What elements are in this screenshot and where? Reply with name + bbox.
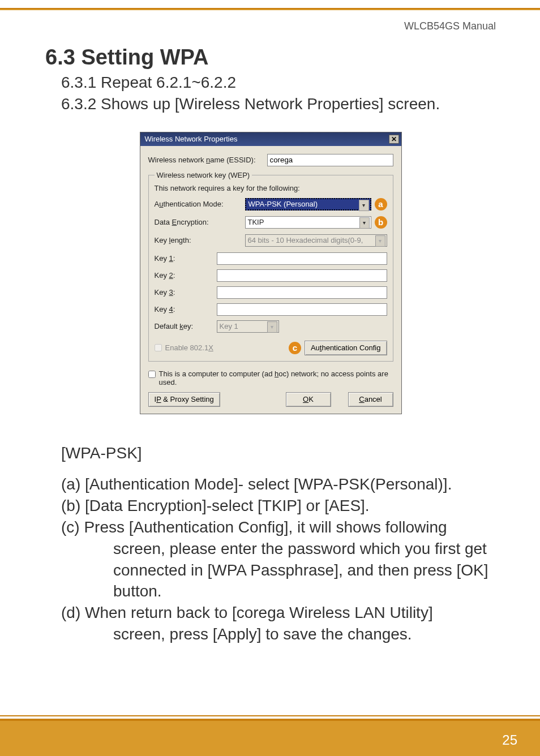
- essid-label: Wireless network name (ESSID):: [148, 156, 267, 164]
- section-title: 6.3 Setting WPA: [45, 45, 496, 70]
- key-length-value: 64 bits - 10 Hexadecimal digits(0-9,: [248, 236, 363, 244]
- auth-mode-value: WPA-PSK (Personal): [248, 200, 318, 208]
- ip-proxy-button[interactable]: IP & Proxy Setting: [148, 392, 220, 407]
- adhoc-label: This is a computer to computer (ad hoc) …: [159, 370, 393, 386]
- badge-b: b: [375, 216, 387, 229]
- badge-a: a: [375, 198, 387, 211]
- default-key-select: Key 1: [217, 320, 279, 333]
- ok-button[interactable]: OK: [286, 392, 331, 407]
- page-content: 6.3 Setting WPA 6.3.1 Repeat 6.2.1~6.2.2…: [45, 45, 496, 645]
- instructions-block: [WPA-PSK] (a) [Authentication Mode]- sel…: [61, 443, 496, 645]
- key-length-select: 64 bits - 10 Hexadecimal digits(0-9,: [245, 234, 387, 247]
- data-encryption-select[interactable]: TKIP: [245, 216, 371, 229]
- key4-label: Key 4:: [155, 305, 217, 313]
- cancel-button[interactable]: Cancel: [348, 392, 393, 407]
- badge-c: c: [289, 342, 301, 354]
- instr-a: (a) [Authentication Mode]- select [WPA-P…: [61, 474, 496, 495]
- wpa-psk-heading: [WPA-PSK]: [61, 443, 496, 464]
- auth-mode-select[interactable]: WPA-PSK (Personal): [245, 198, 371, 211]
- footer-rule: [0, 715, 540, 716]
- key3-input[interactable]: [217, 286, 387, 299]
- section-sub2: 6.3.2 Shows up [Wireless Network Propert…: [61, 93, 496, 115]
- key2-input[interactable]: [217, 269, 387, 282]
- key1-label: Key 1:: [155, 254, 217, 263]
- manual-name: WLCB54GS Manual: [404, 20, 496, 32]
- page-number: 25: [502, 732, 517, 748]
- footer-band: 25: [0, 719, 540, 756]
- section-sub1: 6.3.1 Repeat 6.2.1~6.2.2: [61, 72, 496, 93]
- key2-label: Key 2:: [155, 271, 217, 280]
- instr-b: (b) [Data Encryption]-select [TKIP] or […: [61, 495, 496, 517]
- wep-note: This network requires a key for the foll…: [155, 184, 387, 192]
- wireless-properties-dialog: Wireless Network Properties ✕ Wireless n…: [140, 132, 402, 414]
- wep-fieldset: Wireless network key (WEP) This network …: [148, 171, 393, 362]
- close-icon[interactable]: ✕: [389, 135, 399, 144]
- default-key-label: Default key:: [155, 322, 217, 330]
- essid-input[interactable]: [267, 154, 393, 166]
- data-encryption-label: Data Encryption:: [155, 218, 245, 226]
- enable-8021x-checkbox: Enable 802.1X: [155, 343, 213, 352]
- instr-c: (c) Press [Authentication Config], it wi…: [61, 517, 496, 602]
- key-length-label: Key length:: [155, 236, 245, 244]
- key1-input[interactable]: [217, 252, 387, 265]
- instr-d: (d) When return back to [corega Wireless…: [61, 602, 496, 645]
- auth-config-button[interactable]: Authentication Config: [305, 341, 387, 355]
- data-encryption-value: TKIP: [248, 218, 264, 226]
- key3-label: Key 3:: [155, 288, 217, 297]
- enable-8021x-input: [155, 344, 162, 351]
- default-key-value: Key 1: [220, 322, 238, 330]
- auth-mode-label: Authentication Mode:: [155, 200, 245, 208]
- top-rule: [0, 8, 540, 10]
- wep-legend: Wireless network key (WEP): [155, 171, 252, 179]
- adhoc-checkbox[interactable]: [148, 371, 156, 378]
- dialog-titlebar: Wireless Network Properties ✕: [140, 132, 401, 146]
- key4-input[interactable]: [217, 303, 387, 316]
- dialog-title: Wireless Network Properties: [145, 135, 238, 143]
- enable-8021x-label: Enable 802.1X: [165, 343, 213, 352]
